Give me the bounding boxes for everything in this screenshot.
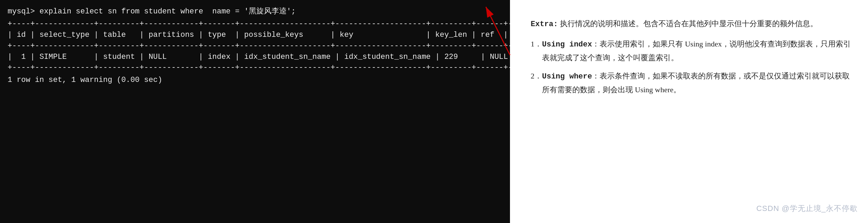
list-text-1: Using index：表示使用索引，如果只有 Using index，说明他没… <box>542 38 854 65</box>
using-index-keyword: Using index <box>542 40 592 49</box>
terminal-panel: mysql> explain select sn from student wh… <box>0 0 510 223</box>
divider-bot: +----+-------------+---------+----------… <box>8 62 502 73</box>
extra-label: Extra: <box>531 20 558 29</box>
list-text-2: Using where：表示条件查询，如果不读取表的所有数据，或不是仅仅通过索引… <box>542 70 854 97</box>
divider-mid: +----+-------------+---------+----------… <box>8 41 502 52</box>
list-num-1: 1． <box>531 38 542 51</box>
annotation-panel: Extra: 执行情况的说明和描述。包含不适合在其他列中显示但十分重要的额外信息… <box>510 0 868 223</box>
command-line: mysql> explain select sn from student wh… <box>8 6 502 17</box>
divider-top: +----+-------------+---------+----------… <box>8 19 502 30</box>
result-line: 1 row in set, 1 warning (0.00 sec) <box>8 75 502 86</box>
list-item-2: 2． Using where：表示条件查询，如果不读取表的所有数据，或不是仅仅通… <box>531 70 854 97</box>
extra-desc-text: 执行情况的说明和描述。包含不适合在其他列中显示但十分重要的额外信息。 <box>560 19 818 28</box>
list-item-1: 1． Using index：表示使用索引，如果只有 Using index，说… <box>531 38 854 65</box>
extra-description: Extra: 执行情况的说明和描述。包含不适合在其他列中显示但十分重要的额外信息… <box>531 17 854 31</box>
list-num-2: 2． <box>531 70 542 83</box>
annotation-list: 1． Using index：表示使用索引，如果只有 Using index，说… <box>531 38 854 97</box>
watermark: CSDN @学无止境_永不停歇 <box>756 202 858 215</box>
data-row: | 1 | SIMPLE | student | NULL | index | … <box>8 52 502 63</box>
header-row: | id | select_type | table | partitions … <box>8 30 502 41</box>
using-where-keyword: Using where <box>542 72 592 81</box>
